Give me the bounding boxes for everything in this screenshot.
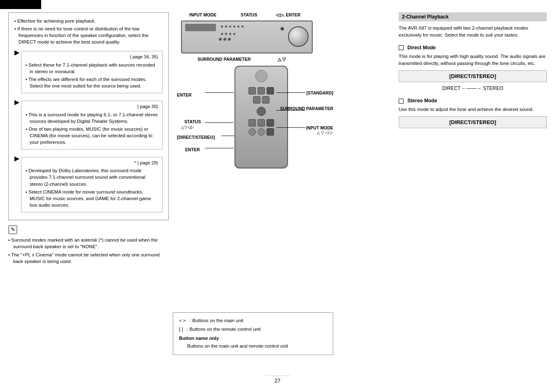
big-dot	[223, 38, 226, 41]
sub-list-2: This is a surround mode for playing 6.1-…	[26, 111, 158, 145]
big-dot	[219, 38, 222, 41]
dot	[221, 33, 223, 35]
label-status-arrows: △▽◁▷	[181, 125, 194, 129]
btn-round	[248, 128, 256, 136]
main-bullet-list: Effective for achieving pure playback. I…	[14, 18, 163, 45]
label-input-right: INPUT MODE	[306, 125, 333, 130]
btn	[262, 96, 269, 104]
input-line	[276, 127, 305, 128]
btn	[258, 87, 265, 95]
right-header: 2-Channel Playback	[399, 12, 547, 21]
mode-1-section: Direct Mode This mode is for playing wit…	[399, 45, 547, 92]
btn-row-4	[239, 119, 283, 127]
legend-box: < > : Buttons on the main unit [ ] : But…	[173, 312, 333, 355]
nav-btn	[257, 107, 266, 116]
dots-row-3	[219, 38, 231, 41]
note-icon: ✎	[8, 225, 17, 234]
mode-2-checkbox	[399, 99, 404, 104]
direct-stereo-line	[221, 136, 235, 136]
display-screen	[185, 24, 216, 31]
mode-2-box-label: [DIRECT/STEREO]	[449, 119, 496, 125]
note-item-2: The "+PL x Cinema" mode cannot be select…	[8, 251, 169, 265]
sub-item-2-2: One of two playing modes, MUSIC (for mus…	[26, 126, 158, 145]
mode-2-box: [DIRECT/STEREO]	[399, 116, 547, 128]
legend-text-1: : Buttons on the main unit	[190, 318, 243, 323]
dot	[233, 33, 235, 35]
btn	[258, 119, 265, 127]
mode-1-title: Direct Mode	[407, 45, 436, 51]
btn	[253, 96, 260, 104]
right-header-title: 2-Channel Playback	[402, 14, 448, 20]
sub-item-2-1: This is a surround mode for playing 6.1-…	[26, 111, 158, 125]
btn	[267, 119, 274, 127]
mode-1-description: This mode is for playing with high quali…	[399, 53, 547, 67]
status-line	[205, 122, 234, 123]
main-content-box: Effective for achieving pure playback. I…	[8, 12, 169, 220]
center-diagram-area: INPUT MODE STATUS ◁ ▷, ENTER	[177, 12, 341, 181]
legend-line-3: Button name only :	[179, 334, 327, 343]
bullet-item-1: Effective for achieving pure playback.	[14, 18, 163, 24]
dot	[229, 33, 231, 35]
sub-box-2: ( page 30) This is a surround mode for p…	[21, 101, 163, 150]
page-ref-2: ( page 30)	[26, 104, 158, 110]
btn	[267, 128, 274, 136]
arrow-1: ▶	[14, 48, 19, 56]
standard-line	[276, 92, 305, 93]
page-number: 27	[265, 376, 290, 384]
dot	[225, 33, 227, 35]
label-input-arrows: △ ▽ ◁ ▷	[317, 130, 333, 135]
label-enter: ◁ ▷, ENTER	[276, 12, 300, 17]
btn-row-2	[239, 96, 283, 104]
main-knob	[288, 26, 309, 47]
sub-list-3: Developed by Dolby Laboratories, this su…	[26, 167, 158, 208]
remote-circle	[255, 70, 267, 82]
page-container: Effective for achieving pure playback. I…	[0, 0, 555, 392]
enter-line	[205, 92, 234, 93]
btn-round	[258, 128, 265, 136]
btn-row-nav	[239, 107, 283, 116]
remote-diagram: ENTER STATUS △▽◁▷ [DIRECT/STEREO] ENTER …	[177, 66, 333, 181]
legend-symbol-2: [ ]	[179, 327, 183, 332]
label-enter-remote-2: ENTER	[185, 147, 200, 152]
remote-body	[235, 66, 288, 168]
mode-2-title-row: Stereo Mode	[399, 98, 547, 104]
label-surround-param: SURROUND PARAMETER	[197, 57, 251, 62]
sub-list-1: Select these for 7.1-channel playback wi…	[26, 62, 158, 89]
mode-2-title: Stereo Mode	[407, 98, 437, 104]
page-ref-1: ( page 34, 35)	[26, 54, 158, 60]
remote-buttons	[239, 87, 283, 136]
legend-colon-3: :	[220, 336, 221, 341]
label-status-remote: STATUS	[184, 119, 201, 124]
sub-item-1-2: The effects are different for each of th…	[26, 76, 158, 89]
left-column: Effective for achieving pure playback. I…	[8, 12, 169, 266]
mode-1-box: [DIRECT/STEREO]	[399, 70, 547, 82]
right-column: 2-Channel Playback The AVR-587 is equipp…	[399, 12, 547, 135]
sub-box-3: * ( page 29) Developed by Dolby Laborato…	[21, 157, 163, 212]
arrow-2: ▶	[14, 98, 19, 106]
dot	[221, 25, 223, 28]
mode-2-description: Use this mode to adjust the tone and ach…	[399, 106, 547, 113]
label-direct-stereo-remote: [DIRECT/STEREO]	[177, 135, 215, 140]
label-input-mode: INPUT MODE	[189, 12, 216, 17]
bullet-item-2: If there is no need for tone control or …	[14, 25, 163, 45]
legend-label-3: Button name only	[179, 336, 219, 341]
surround-line	[276, 110, 305, 111]
label-surround-arrows: △ ▽	[278, 57, 286, 62]
btn-row-1	[239, 87, 283, 95]
main-unit-box	[181, 21, 313, 53]
sub-item-3-2: Select CINEMA mode for movie surround so…	[26, 189, 158, 208]
big-dot	[228, 38, 231, 41]
legend-line-4: Buttons on the main unit and remote cont…	[179, 342, 327, 350]
main-unit-diagram: INPUT MODE STATUS ◁ ▷, ENTER	[177, 12, 333, 62]
sub-box-1: ( page 34, 35) Select these for 7.1-chan…	[21, 51, 163, 93]
legend-line-1: < > : Buttons on the main unit	[179, 317, 327, 325]
dot	[225, 25, 227, 28]
legend-text-4: Buttons on the main unit and remote cont…	[187, 344, 288, 348]
btn-row-5	[239, 128, 283, 136]
dot	[229, 25, 231, 28]
page-ref-3: * ( page 29)	[26, 160, 158, 166]
label-status: STATUS	[241, 12, 257, 17]
label-standard-right: [STANDARD]	[307, 90, 333, 95]
mode-1-checkbox	[399, 45, 404, 50]
mode-2-section: Stereo Mode Use this mode to adjust the …	[399, 98, 547, 128]
